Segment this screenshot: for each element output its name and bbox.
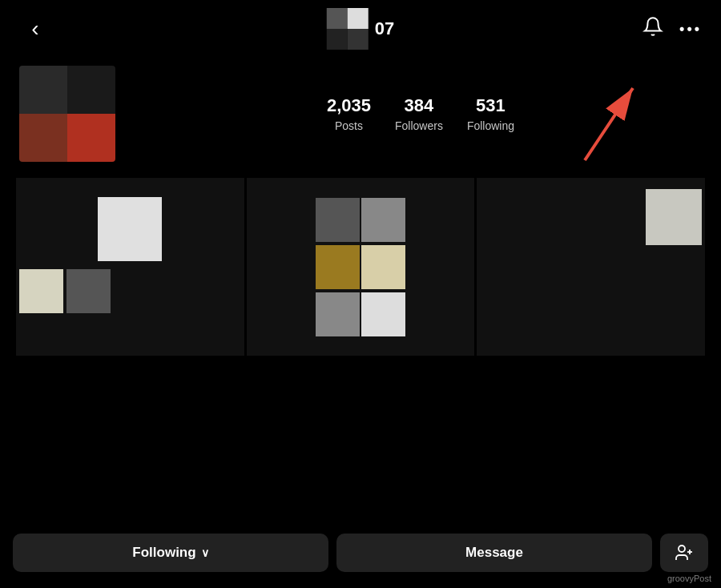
header-icons: ••• (642, 16, 702, 42)
grid-cell-2[interactable] (247, 178, 475, 356)
posts-label: Posts (335, 119, 363, 132)
following-stat[interactable]: 531 Following (467, 95, 514, 132)
posts-stat[interactable]: 2,035 Posts (327, 95, 371, 132)
back-button[interactable]: ‹ (19, 16, 51, 42)
message-button[interactable]: Message (336, 534, 652, 572)
action-bar: Following ∨ Message (0, 524, 721, 588)
header-center: 07 (327, 8, 394, 50)
more-options-icon[interactable]: ••• (679, 21, 702, 38)
stats-row: 2,035 Posts 384 Followers 531 Following (139, 95, 702, 132)
header-avatar (327, 8, 369, 50)
bell-icon[interactable] (642, 16, 663, 42)
svg-point-2 (679, 546, 685, 552)
grid-cell-3[interactable] (477, 178, 705, 356)
posts-count: 2,035 (327, 95, 371, 116)
followers-count: 384 (405, 95, 434, 116)
profile-section: 2,035 Posts 384 Followers 531 Following (0, 50, 721, 175)
followers-label: Followers (395, 119, 443, 132)
following-count: 531 (476, 95, 506, 116)
watermark: groovyPost (667, 574, 711, 583)
header-username: 07 (375, 18, 394, 39)
add-friend-button[interactable] (660, 534, 708, 572)
following-label: Following (467, 119, 514, 132)
following-button[interactable]: Following ∨ (13, 534, 328, 572)
photo-grid (0, 175, 721, 359)
header: ‹ 07 ••• (0, 0, 721, 50)
grid-cell-1[interactable] (16, 178, 244, 356)
followers-stat[interactable]: 384 Followers (395, 95, 443, 132)
profile-avatar (19, 66, 115, 162)
